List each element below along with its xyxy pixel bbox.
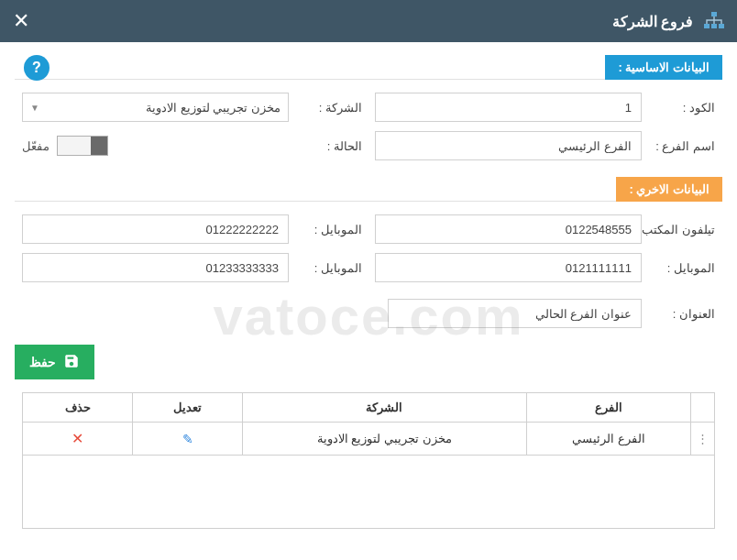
cell-branch: الفرع الرئيسي [526,423,690,456]
mobile-a-input[interactable] [22,214,289,244]
branches-table: الفرع الشركة تعديل حذف ⋮ الفرع الرئيسي م… [22,392,715,529]
svg-rect-3 [719,24,724,28]
label-mobile-a: الموبايل : [302,223,362,236]
mobile-c-input[interactable] [22,253,289,282]
chevron-down-icon: ▼ [30,103,39,113]
branch-name-input[interactable] [375,131,642,160]
status-toggle-label: مفعّل [22,139,50,153]
svg-rect-0 [711,12,717,16]
save-button[interactable]: حفظ [15,345,94,379]
label-address: العنوان : [654,307,715,321]
company-select-value: مخزن تجريبي لتوزيع الادوية [146,101,280,115]
titlebar: فروع الشركة ✕ [0,0,737,42]
edit-icon[interactable]: ✎ [182,432,193,446]
label-office-phone: تيلفون المكتب : [654,223,715,236]
drag-handle-icon[interactable]: ⋮ [691,423,715,456]
dialog-company-branches: فروع الشركة ✕ ? vatoce.com البيانات الاس… [0,0,737,560]
save-icon [63,353,80,372]
help-icon[interactable]: ? [24,55,50,81]
office-phone-input[interactable] [375,214,642,244]
mobile-b-input[interactable] [375,253,642,282]
company-select[interactable]: مخزن تجريبي لتوزيع الادوية ▼ [22,93,289,122]
col-company: الشركة [243,393,527,423]
org-chart-icon [704,12,724,30]
svg-rect-2 [711,24,717,28]
label-branch-name: اسم الفرع : [654,139,715,153]
other-form: تيلفون المكتب : الموبايل : الموبايل : ال… [15,214,722,282]
label-code: الكود : [654,101,715,115]
address-input[interactable] [388,299,642,328]
cell-company: مخزن تجريبي لتوزيع الادوية [243,423,527,456]
code-input[interactable] [375,93,642,122]
section-basic-tab: البيانات الاساسية : [605,55,722,80]
table-row: ⋮ الفرع الرئيسي مخزن تجريبي لتوزيع الادو… [23,423,715,456]
col-edit: تعديل [133,393,243,423]
save-button-label: حفظ [29,355,56,369]
basic-form: الكود : الشركة : مخزن تجريبي لتوزيع الاد… [15,93,722,160]
table-empty-space [23,456,715,529]
dialog-title: فروع الشركة [612,13,693,30]
svg-rect-1 [704,24,710,28]
label-status: الحالة : [302,139,362,153]
label-mobile-c: الموبايل : [302,261,362,275]
col-delete: حذف [23,393,133,423]
col-handle [691,393,715,423]
label-mobile-b: الموبايل : [654,261,715,275]
label-company: الشركة : [302,101,362,115]
delete-icon[interactable]: ✕ [72,431,83,446]
close-icon[interactable]: ✕ [13,11,29,31]
col-branch: الفرع [526,393,690,423]
section-other-tab: البيانات الاخري : [616,177,722,202]
status-toggle[interactable] [57,136,108,156]
